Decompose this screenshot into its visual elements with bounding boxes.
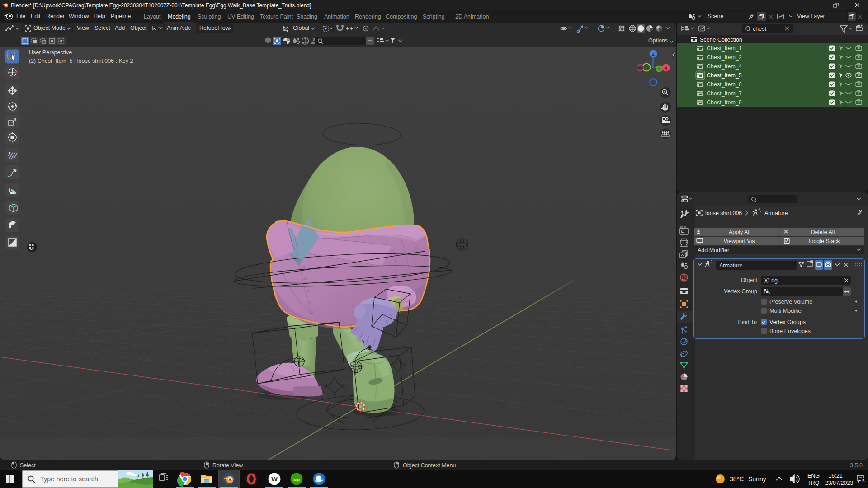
- svg-text:16:21: 16:21: [828, 473, 842, 479]
- svg-text:Chest_Item_4: Chest_Item_4: [707, 63, 742, 70]
- svg-text:chest: chest: [753, 26, 766, 32]
- svg-text:Z: Z: [652, 52, 655, 56]
- svg-text:Chest_Item_2: Chest_Item_2: [707, 54, 742, 61]
- svg-text:Delete All: Delete All: [811, 229, 835, 235]
- svg-text:W: W: [271, 475, 278, 483]
- svg-text:Add Modifier: Add Modifier: [698, 247, 729, 253]
- svg-text:Object: Object: [741, 277, 758, 283]
- svg-text:Chest_Item_1: Chest_Item_1: [707, 45, 742, 52]
- svg-text:Toggle Stack: Toggle Stack: [807, 238, 840, 244]
- svg-text:Select: Select: [20, 462, 36, 469]
- svg-text:ENG: ENG: [807, 473, 820, 479]
- svg-text:23/07/2023: 23/07/2023: [825, 480, 854, 486]
- svg-text:Type here to search: Type here to search: [40, 475, 98, 483]
- svg-text:Chest_Item_6: Chest_Item_6: [707, 81, 742, 88]
- svg-text:(2) Chest_Item_5 | loose shirt: (2) Chest_Item_5 | loose shirt.006 : Key…: [29, 58, 133, 64]
- svg-text:Vertex Group: Vertex Group: [724, 288, 757, 295]
- svg-text:Chest_Item_9: Chest_Item_9: [707, 99, 742, 106]
- svg-text:Object Context Menu: Object Context Menu: [403, 462, 456, 469]
- svg-text:Vertex Groups: Vertex Groups: [769, 319, 806, 325]
- svg-text:Armature: Armature: [764, 210, 788, 216]
- svg-text:5: 5: [862, 478, 864, 483]
- svg-text:Apply All: Apply All: [729, 229, 750, 235]
- svg-text:up: up: [293, 477, 300, 482]
- svg-text:Armature: Armature: [719, 263, 742, 269]
- svg-text:Bone Envelopes: Bone Envelopes: [769, 328, 811, 334]
- svg-text:Viewport Vis: Viewport Vis: [723, 238, 755, 244]
- svg-text:38°C: 38°C: [730, 475, 744, 483]
- svg-text:Chest_Item_7: Chest_Item_7: [707, 90, 742, 97]
- svg-text:Sunny: Sunny: [748, 475, 766, 483]
- svg-text:rig: rig: [771, 277, 778, 284]
- svg-text:Multi Modifier: Multi Modifier: [769, 308, 803, 314]
- svg-text:Scene Collection: Scene Collection: [700, 37, 742, 43]
- svg-text:User Perspective: User Perspective: [29, 49, 72, 56]
- svg-text:X: X: [665, 66, 668, 70]
- svg-text:Preserve Volume: Preserve Volume: [769, 299, 812, 305]
- svg-text:3.5.0: 3.5.0: [850, 462, 863, 469]
- svg-text:TRQ: TRQ: [807, 480, 820, 486]
- svg-text:loose shirt.006: loose shirt.006: [705, 210, 742, 216]
- svg-text:Bind To: Bind To: [738, 319, 757, 325]
- svg-text:Rotate View: Rotate View: [212, 462, 243, 469]
- svg-text:Chest_Item_5: Chest_Item_5: [707, 72, 742, 79]
